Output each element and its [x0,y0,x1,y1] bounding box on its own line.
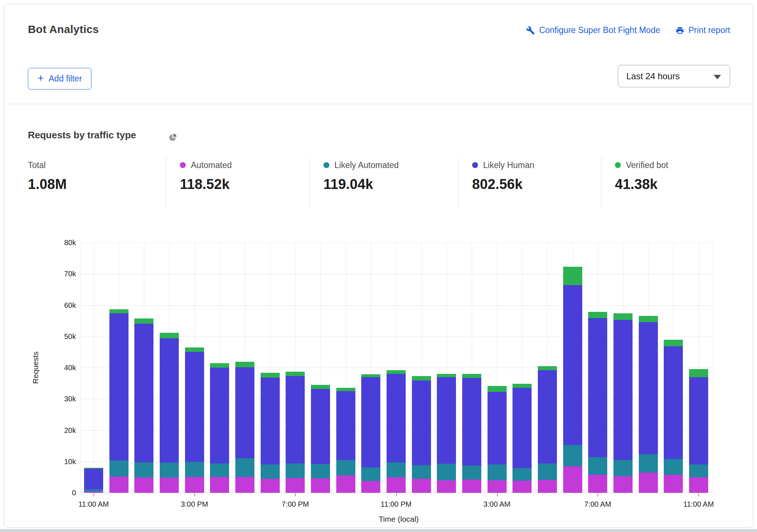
stacked-bar-10-00-am-23 [664,243,683,493]
stat-automated: Automated118.52k [166,157,309,209]
segment-likely-human [387,374,406,462]
segment-verified-bot [689,369,708,377]
segment-likely-automated [538,463,557,480]
segment-likely-automated [462,466,481,480]
x-tick-mark [295,493,296,496]
stacked-bar-1-00-pm-2 [134,243,153,493]
segment-likely-human [185,352,204,462]
stacked-bar-7-00-pm-8 [286,243,305,493]
segment-likely-human [639,322,658,454]
stacked-bar-3-00-am-16 [488,243,507,493]
segment-automated [639,473,658,493]
stat-value: 41.38k [615,176,733,192]
segment-likely-human [235,367,254,458]
print-report-link[interactable]: Print report [675,25,730,35]
stat-verified-bot: Verified bot41.38k [601,157,733,209]
segment-verified-bot [286,372,305,376]
segment-verified-bot [437,374,456,377]
y-tick-20k: 20k [4,426,76,434]
segment-verified-bot [235,362,254,367]
segment-automated [311,478,330,493]
segment-automated [488,480,507,493]
segment-verified-bot [109,309,128,313]
x-tick-mark [598,493,598,496]
x-tick-11-00-am: 11:00 AM [683,500,714,509]
stat-likely-human: Likely Human802.56k [458,157,601,209]
segment-likely-automated [311,464,330,478]
segment-automated [689,477,708,493]
stats-row: Total1.08MAutomated118.52kLikely Automat… [28,157,733,209]
stacked-bar-11-00-am-24 [689,243,708,493]
segment-automated [512,481,532,493]
segment-automated [538,480,557,493]
x-axis-line [80,493,714,493]
x-tick-3-00-pm: 3:00 PM [181,500,208,509]
segment-likely-automated [261,464,280,478]
stat-likely-automated: Likely Automated119.04k [309,157,458,209]
x-tick-11-00-pm: 11:00 PM [381,500,412,509]
gridline-vertical [80,243,80,493]
segment-verified-bot [512,384,532,388]
stacked-bar-12-00-am-13 [412,243,431,493]
segment-verified-bot [336,388,355,391]
segment-verified-bot [160,333,179,338]
segment-likely-automated [563,445,582,466]
stacked-bar-9-00-am-22 [639,243,658,493]
segment-likely-human [588,318,607,457]
segment-automated [160,478,179,493]
time-range-dropdown[interactable]: Last 24 hours [618,65,730,87]
segment-verified-bot [488,386,507,391]
segment-likely-human [134,324,153,463]
segment-automated [412,479,431,493]
stacked-bar-11-00-pm-12 [387,243,406,493]
stat-label: Total [28,160,46,170]
segment-automated [387,477,406,493]
stacked-bar-1-00-am-14 [437,243,456,493]
y-tick-10k: 10k [4,458,76,466]
add-filter-button[interactable]: + Add filter [28,68,91,90]
segment-automated [336,475,355,493]
segment-likely-automated [109,460,128,476]
segment-likely-human [210,368,229,463]
stacked-bar-7-00-am-20 [588,243,607,493]
segment-verified-bot [387,370,406,374]
stacked-bar-10-00-pm-11 [361,243,380,493]
x-tick-mark [195,493,195,496]
segment-automated [109,477,128,493]
segment-verified-bot [134,318,153,324]
segment-automated [210,477,229,493]
y-tick-50k: 50k [4,332,76,340]
segment-likely-human [361,377,380,467]
x-tick-7-00-am: 7:00 AM [584,500,611,509]
segment-likely-human [613,320,633,460]
segment-likely-human [84,469,103,490]
segment-likely-automated [84,489,103,491]
y-tick-70k: 70k [4,270,76,278]
stacked-bar-6-00-pm-7 [261,243,280,493]
segment-likely-human [488,392,507,465]
segment-likely-human [437,377,456,464]
next-card-edge [0,529,757,532]
x-tick-11-00-am: 11:00 AM [78,500,109,509]
segment-automated [84,492,103,493]
segment-likely-automated [134,462,153,478]
segment-likely-automated [639,454,658,472]
stacked-bar-4-00-pm-5 [210,243,229,493]
stacked-bar-5-00-pm-6 [235,243,254,493]
segment-likely-human [664,346,683,459]
segment-likely-human [261,378,280,464]
segment-automated [588,475,607,493]
segment-verified-bot [261,373,280,378]
stat-total: Total1.08M [28,157,166,209]
wrench-icon [526,26,535,35]
segment-likely-automated [286,463,305,478]
segment-automated [286,478,305,493]
segment-verified-bot [210,363,229,368]
stacked-bar-11-00-am-0 [84,243,103,493]
segment-automated [437,480,456,493]
segment-likely-automated [361,467,380,481]
segment-automated [462,480,481,493]
x-tick-mark [497,493,497,496]
y-tick-40k: 40k [4,364,76,372]
configure-super-bot-fight-mode-link[interactable]: Configure Super Bot Fight Mode [526,25,660,35]
